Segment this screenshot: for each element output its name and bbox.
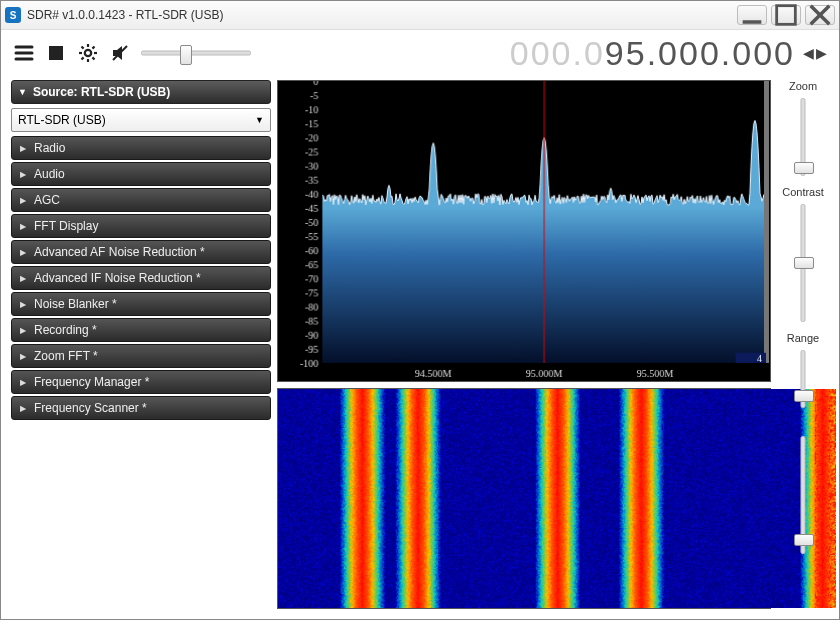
range-slider[interactable] bbox=[793, 344, 813, 414]
svg-rect-1 bbox=[777, 6, 796, 25]
svg-line-11 bbox=[92, 57, 94, 59]
volume-thumb[interactable] bbox=[180, 45, 192, 65]
frequency-display[interactable]: 000.0 95.000.000 ◀ ▶ bbox=[261, 34, 827, 73]
panel-frequency-manager[interactable]: ▶Frequency Manager * bbox=[11, 370, 271, 394]
waterfall-display[interactable] bbox=[277, 388, 771, 609]
panel-label: Advanced AF Noise Reduction * bbox=[34, 245, 205, 259]
chevron-right-icon: ▶ bbox=[20, 404, 26, 413]
panel-label: Zoom FFT * bbox=[34, 349, 98, 363]
close-button[interactable] bbox=[805, 5, 835, 25]
panel-fft-display[interactable]: ▶FFT Display bbox=[11, 214, 271, 238]
panel-label: Frequency Manager * bbox=[34, 375, 149, 389]
minimize-button[interactable] bbox=[737, 5, 767, 25]
zoom-slider[interactable] bbox=[793, 92, 813, 182]
chevron-right-icon: ▶ bbox=[20, 300, 26, 309]
source-select[interactable]: RTL-SDR (USB) ▼ bbox=[11, 108, 271, 132]
panel-label: Audio bbox=[34, 167, 65, 181]
svg-rect-4 bbox=[49, 46, 63, 60]
panel-label: Radio bbox=[34, 141, 65, 155]
panel-agc[interactable]: ▶AGC bbox=[11, 188, 271, 212]
titlebar: S SDR# v1.0.0.1423 - RTL-SDR (USB) bbox=[1, 1, 839, 30]
side-panel: ▼ Source: RTL-SDR (USB) RTL-SDR (USB) ▼ … bbox=[11, 80, 271, 609]
window-title: SDR# v1.0.0.1423 - RTL-SDR (USB) bbox=[27, 8, 737, 22]
svg-line-10 bbox=[82, 47, 84, 49]
chevron-right-icon: ▶ bbox=[20, 196, 26, 205]
svg-line-13 bbox=[82, 57, 84, 59]
panel-label: AGC bbox=[34, 193, 60, 207]
freq-step-left-icon[interactable]: ◀ bbox=[803, 45, 814, 61]
app-window: S SDR# v1.0.0.1423 - RTL-SDR (USB) 000.0… bbox=[0, 0, 840, 620]
svg-line-12 bbox=[92, 47, 94, 49]
panel-noise-blanker[interactable]: ▶Noise Blanker * bbox=[11, 292, 271, 316]
source-header-label: Source: RTL-SDR (USB) bbox=[33, 85, 170, 99]
chevron-right-icon: ▶ bbox=[20, 326, 26, 335]
svg-point-5 bbox=[85, 50, 91, 56]
freq-step-right-icon[interactable]: ▶ bbox=[816, 45, 827, 61]
chevron-right-icon: ▶ bbox=[20, 222, 26, 231]
chevron-right-icon: ▶ bbox=[20, 352, 26, 361]
chevron-down-icon: ▼ bbox=[18, 87, 27, 97]
settings-button[interactable] bbox=[77, 42, 99, 64]
panel-frequency-scanner[interactable]: ▶Frequency Scanner * bbox=[11, 396, 271, 420]
panel-radio[interactable]: ▶Radio bbox=[11, 136, 271, 160]
chevron-right-icon: ▶ bbox=[20, 274, 26, 283]
panel-label: Noise Blanker * bbox=[34, 297, 117, 311]
volume-slider[interactable] bbox=[141, 43, 251, 63]
chevron-right-icon: ▶ bbox=[20, 378, 26, 387]
panel-advanced-if-noise-reduction[interactable]: ▶Advanced IF Noise Reduction * bbox=[11, 266, 271, 290]
panel-label: Recording * bbox=[34, 323, 97, 337]
app-icon: S bbox=[5, 7, 21, 23]
chevron-right-icon: ▶ bbox=[20, 170, 26, 179]
maximize-button[interactable] bbox=[771, 5, 801, 25]
zoom-label: Zoom bbox=[789, 80, 817, 92]
chevron-right-icon: ▶ bbox=[20, 248, 26, 257]
frequency-value: 95.000.000 bbox=[605, 34, 795, 73]
range-label: Range bbox=[787, 332, 819, 344]
panel-audio[interactable]: ▶Audio bbox=[11, 162, 271, 186]
mute-button[interactable] bbox=[109, 42, 131, 64]
chevron-right-icon: ▶ bbox=[20, 144, 26, 153]
contrast-slider[interactable] bbox=[793, 198, 813, 328]
panel-label: Advanced IF Noise Reduction * bbox=[34, 271, 201, 285]
panel-zoom-fft[interactable]: ▶Zoom FFT * bbox=[11, 344, 271, 368]
chevron-down-icon: ▼ bbox=[255, 115, 264, 125]
display-area bbox=[277, 80, 771, 609]
stop-button[interactable] bbox=[45, 42, 67, 64]
panel-label: Frequency Scanner * bbox=[34, 401, 147, 415]
contrast-label: Contrast bbox=[782, 186, 824, 198]
panel-label: FFT Display bbox=[34, 219, 98, 233]
source-selected-label: RTL-SDR (USB) bbox=[18, 113, 106, 127]
toolbar: 000.0 95.000.000 ◀ ▶ bbox=[1, 30, 839, 76]
panel-recording[interactable]: ▶Recording * bbox=[11, 318, 271, 342]
frequency-prefix: 000.0 bbox=[510, 34, 605, 73]
frequency-step-arrows[interactable]: ◀ ▶ bbox=[803, 45, 827, 61]
menu-button[interactable] bbox=[13, 42, 35, 64]
source-section-header[interactable]: ▼ Source: RTL-SDR (USB) bbox=[11, 80, 271, 104]
panel-advanced-af-noise-reduction[interactable]: ▶Advanced AF Noise Reduction * bbox=[11, 240, 271, 264]
offset-slider[interactable] bbox=[793, 430, 813, 560]
spectrum-display[interactable] bbox=[277, 80, 771, 382]
